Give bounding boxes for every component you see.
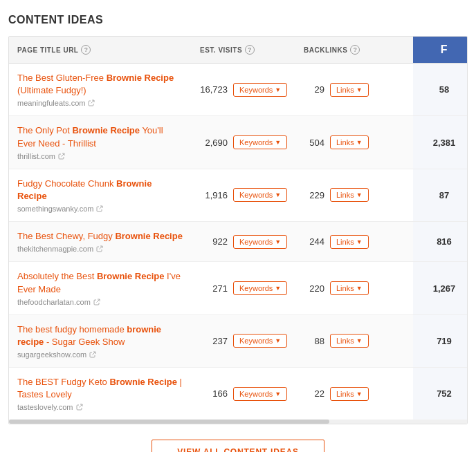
- facebook-count-5: 1,267: [433, 283, 456, 294]
- cell-backlinks-2: 504 Links ▼: [295, 116, 413, 168]
- external-link-icon-6[interactable]: [89, 351, 96, 358]
- keywords-button-7[interactable]: Keywords ▼: [233, 387, 287, 401]
- cell-facebook-2: 2,381: [413, 116, 468, 168]
- keywords-button-3[interactable]: Keywords ▼: [233, 188, 287, 202]
- backlinks-help-icon[interactable]: ?: [350, 45, 360, 55]
- page-url-6: sugargeekshow.com: [17, 350, 96, 359]
- keywords-button-2[interactable]: Keywords ▼: [233, 135, 287, 149]
- th-facebook-icon: f: [441, 44, 448, 56]
- page-title-link-7[interactable]: The BEST Fudgy Keto Brownie Recipe | Tas…: [17, 376, 183, 401]
- links-chevron-2: ▼: [356, 139, 363, 146]
- keywords-button-6[interactable]: Keywords ▼: [233, 334, 287, 348]
- visits-number-7: 166: [200, 388, 228, 399]
- keywords-button-1[interactable]: Keywords ▼: [233, 83, 287, 97]
- url-text-4: thekitchenmagpie.com: [17, 245, 93, 253]
- links-button-7[interactable]: Links ▼: [330, 387, 369, 401]
- page-url-7: tasteslovely.com: [17, 403, 83, 411]
- keywords-chevron-3: ▼: [275, 191, 281, 198]
- page-title-link-4[interactable]: The Best Chewy, Fudgy Brownie Recipe: [17, 230, 183, 243]
- links-label-4: Links: [336, 238, 354, 246]
- external-link-icon-4[interactable]: [96, 245, 103, 252]
- keywords-label-3: Keywords: [239, 191, 273, 199]
- cell-facebook-5: 1,267: [413, 262, 468, 314]
- links-chevron-1: ▼: [356, 86, 363, 93]
- page-title-help-icon[interactable]: ?: [81, 45, 91, 55]
- keywords-label-1: Keywords: [239, 86, 273, 94]
- visits-number-3: 1,916: [200, 190, 228, 200]
- links-button-1[interactable]: Links ▼: [330, 83, 369, 97]
- page-title-link-2[interactable]: The Only Pot Brownie Recipe You'll Ever …: [17, 124, 183, 149]
- external-link-icon-5[interactable]: [93, 299, 100, 305]
- links-chevron-6: ▼: [356, 337, 363, 344]
- external-link-icon-7[interactable]: [76, 404, 83, 411]
- title-bold-7: Brownie Recipe: [109, 377, 177, 387]
- facebook-count-6: 719: [437, 336, 452, 346]
- page-title-link-5[interactable]: Absolutely the Best Brownie Recipe I've …: [17, 270, 183, 295]
- backlinks-number-1: 29: [304, 84, 324, 95]
- facebook-count-7: 752: [437, 388, 452, 399]
- content-ideas-table: PAGE TITLE URL ? EST. VISITS ? BACKLINKS…: [8, 36, 468, 424]
- links-label-2: Links: [336, 138, 354, 147]
- cell-facebook-1: 58: [413, 64, 468, 115]
- title-before-bold-4: The Best Chewy, Fudgy: [17, 231, 115, 241]
- url-text-1: meaningfuleats.com: [17, 99, 85, 107]
- cell-facebook-6: 719: [413, 315, 468, 367]
- scroll-bar-container[interactable]: [9, 420, 467, 424]
- keywords-label-4: Keywords: [239, 238, 273, 246]
- external-link-icon-3[interactable]: [96, 205, 103, 212]
- visits-number-6: 237: [200, 336, 228, 346]
- section-title: CONTENT IDEAS: [8, 14, 468, 26]
- title-before-bold-5: Absolutely the Best: [17, 271, 97, 281]
- links-chevron-7: ▼: [356, 390, 363, 397]
- svg-line-1: [62, 153, 65, 157]
- cell-backlinks-6: 88 Links ▼: [295, 315, 413, 367]
- external-link-icon-2[interactable]: [58, 153, 65, 160]
- table-row: The BEST Fudgy Keto Brownie Recipe | Tas…: [9, 368, 467, 420]
- title-bold-2: Brownie Recipe: [72, 125, 140, 135]
- cell-title-6: The best fudgy homemade brownie recipe -…: [9, 315, 192, 367]
- links-button-6[interactable]: Links ▼: [330, 334, 369, 348]
- th-backlinks-label: BACKLINKS: [304, 46, 347, 54]
- view-all-content-ideas-button[interactable]: VIEW ALL CONTENT IDEAS: [152, 440, 324, 452]
- table-row: The Best Chewy, Fudgy Brownie Recipe the…: [9, 222, 467, 262]
- est-visits-help-icon[interactable]: ?: [245, 45, 255, 55]
- backlinks-number-6: 88: [304, 336, 324, 346]
- keywords-label-6: Keywords: [239, 337, 273, 345]
- links-button-3[interactable]: Links ▼: [330, 188, 369, 202]
- table-row: The best fudgy homemade brownie recipe -…: [9, 315, 467, 368]
- page-url-1: meaningfuleats.com: [17, 99, 95, 107]
- view-all-container: VIEW ALL CONTENT IDEAS: [8, 440, 468, 452]
- keywords-chevron-2: ▼: [275, 139, 281, 146]
- scroll-bar-thumb: [9, 420, 329, 424]
- cell-facebook-4: 816: [413, 222, 468, 261]
- external-link-icon-1[interactable]: [88, 100, 95, 106]
- keywords-chevron-5: ▼: [275, 285, 281, 292]
- cell-title-5: Absolutely the Best Brownie Recipe I've …: [9, 262, 192, 314]
- page-title-link-1[interactable]: The Best Gluten-Free Brownie Recipe (Ult…: [17, 72, 183, 97]
- cell-backlinks-7: 22 Links ▼: [295, 368, 413, 420]
- table-header: PAGE TITLE URL ? EST. VISITS ? BACKLINKS…: [9, 37, 467, 64]
- links-button-4[interactable]: Links ▼: [330, 235, 369, 249]
- title-after-bold-6: - Sugar Geek Show: [44, 337, 125, 347]
- title-bold-1: Brownie Recipe: [107, 73, 174, 83]
- links-button-2[interactable]: Links ▼: [330, 135, 369, 149]
- title-bold-5: Brownie Recipe: [97, 271, 165, 281]
- page-title-link-6[interactable]: The best fudgy homemade brownie recipe -…: [17, 323, 183, 348]
- keywords-button-5[interactable]: Keywords ▼: [233, 281, 287, 295]
- cell-title-2: The Only Pot Brownie Recipe You'll Ever …: [9, 116, 192, 168]
- links-label-6: Links: [336, 337, 354, 345]
- cell-backlinks-4: 244 Links ▼: [295, 222, 413, 261]
- backlinks-number-7: 22: [304, 388, 324, 399]
- keywords-button-4[interactable]: Keywords ▼: [233, 235, 287, 249]
- th-est-visits-label: EST. VISITS: [200, 46, 242, 54]
- svg-line-6: [79, 404, 82, 408]
- page-url-2: thrillist.com: [17, 152, 65, 160]
- page-title-link-3[interactable]: Fudgy Chocolate Chunk Brownie Recipe: [17, 178, 183, 203]
- title-after-bold-1: (Ultimate Fudgy!): [17, 85, 86, 95]
- links-label-5: Links: [336, 284, 354, 292]
- backlinks-number-5: 220: [304, 283, 324, 294]
- links-label-7: Links: [336, 390, 354, 398]
- links-button-5[interactable]: Links ▼: [330, 281, 369, 295]
- th-facebook: f: [413, 37, 468, 63]
- cell-visits-3: 1,916 Keywords ▼: [192, 169, 295, 221]
